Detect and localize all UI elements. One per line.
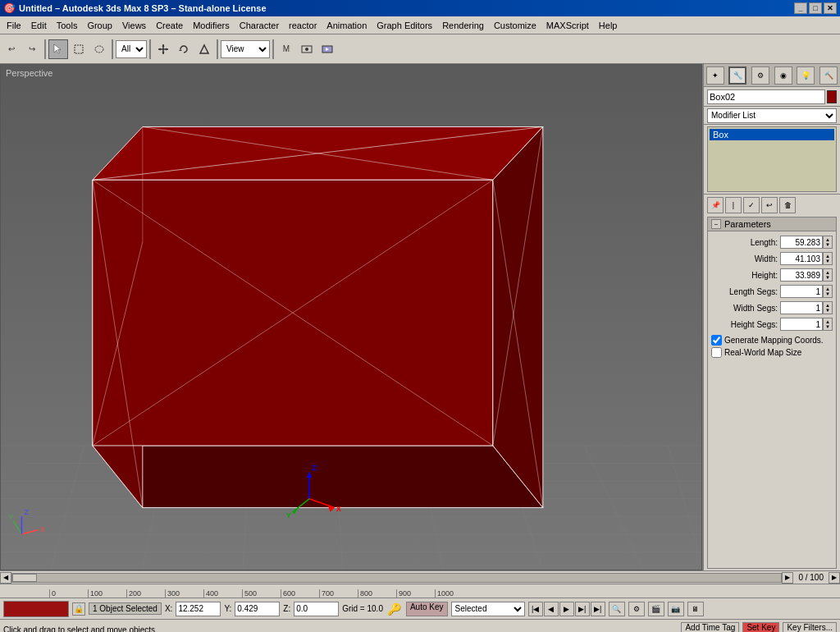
object-color-swatch[interactable] (827, 90, 837, 103)
make-unique-button[interactable]: ↩ (761, 197, 778, 213)
height-input[interactable] (780, 268, 823, 282)
menu-reactor[interactable]: reactor (284, 19, 322, 32)
pin-stack-button[interactable]: 📌 (707, 197, 724, 213)
menu-animation[interactable]: Animation (322, 19, 372, 32)
set-key-button[interactable]: Set Key (742, 622, 779, 632)
go-to-start-button[interactable]: |◀ (528, 602, 543, 616)
menu-create[interactable]: Create (151, 19, 188, 32)
length-input[interactable] (780, 236, 823, 249)
real-world-map-checkbox[interactable] (711, 347, 722, 358)
next-frame-button[interactable]: ▶| (575, 602, 590, 616)
menu-maxscript[interactable]: MAXScript (541, 19, 594, 32)
key-icon: 🔑 (386, 602, 403, 616)
z-coord-input[interactable] (294, 602, 339, 616)
undo-button[interactable]: ↩ (2, 39, 21, 59)
rotate-button[interactable] (174, 39, 194, 59)
material-editor-button[interactable]: M (276, 39, 296, 59)
select-region-button[interactable] (69, 39, 89, 59)
real-world-map-label: Real-World Map Size (724, 348, 801, 357)
menu-file[interactable]: File (2, 19, 26, 32)
render-tool-button[interactable]: 🎬 (648, 602, 664, 616)
settings-tool-button[interactable]: ⚙ (628, 602, 645, 616)
select-move-button[interactable] (153, 39, 173, 59)
length-segs-spinner[interactable]: ▲▼ (823, 285, 833, 298)
lock-button[interactable]: 🔒 (72, 602, 85, 616)
width-input[interactable] (780, 252, 823, 265)
motion-tab[interactable]: ◉ (774, 66, 792, 85)
lasso-select-button[interactable] (89, 39, 109, 59)
window-controls[interactable]: _ □ ✕ (794, 2, 837, 14)
height-segs-input[interactable] (780, 318, 823, 331)
select-button[interactable] (48, 39, 68, 59)
quick-render-button[interactable] (317, 39, 337, 59)
parameters-label: Parameters (724, 219, 771, 229)
timeline-settings-button[interactable]: ▶ (829, 572, 840, 584)
height-segs-spinner[interactable]: ▲▼ (823, 318, 833, 331)
key-filters-button[interactable]: Key Filters... (783, 622, 837, 632)
length-segs-input[interactable] (780, 285, 823, 298)
menu-views[interactable]: Views (117, 19, 151, 32)
extra-tool-2-button[interactable]: 🖥 (687, 602, 704, 616)
svg-point-10 (305, 48, 308, 51)
y-coord-label: Y: (224, 604, 231, 613)
svg-text:X: X (40, 524, 46, 533)
scroll-left-button[interactable]: ◀ (0, 572, 11, 584)
modify-tab[interactable]: 🔧 (728, 66, 746, 85)
hierarchy-tab[interactable]: ⚙ (751, 66, 769, 85)
menu-tools[interactable]: Tools (52, 19, 83, 32)
close-button[interactable]: ✕ (824, 2, 837, 14)
scale-button[interactable] (194, 39, 214, 59)
zoom-tool-button[interactable]: 🔍 (609, 602, 625, 616)
extra-tool-1-button[interactable]: 📷 (668, 602, 684, 616)
auto-key-button[interactable]: Auto Key (406, 602, 448, 616)
menu-modifiers[interactable]: Modifiers (188, 19, 235, 32)
ruler-marks: 0 100 200 300 400 500 600 700 800 900 10… (49, 589, 473, 598)
object-name-input[interactable] (707, 89, 825, 104)
scroll-thumb[interactable] (12, 574, 37, 582)
menu-edit[interactable]: Edit (26, 19, 52, 32)
view-dropdown[interactable]: View (221, 40, 270, 58)
object-name-row (704, 87, 840, 107)
redo-button[interactable]: ↪ (22, 39, 42, 59)
width-segs-spinner[interactable]: ▲▼ (823, 301, 833, 314)
length-spinner[interactable]: ▲▼ (823, 236, 833, 249)
modifier-list-dropdown[interactable]: Modifier List (707, 108, 837, 123)
x-coord-input[interactable] (176, 602, 221, 616)
menu-character[interactable]: Character (235, 19, 284, 32)
minimize-button[interactable]: _ (794, 2, 807, 14)
y-coord-input[interactable] (235, 602, 280, 616)
svg-text:Z: Z (24, 507, 29, 516)
height-spinner[interactable]: ▲▼ (823, 268, 833, 282)
modifier-item-box[interactable]: Box (710, 129, 834, 140)
menu-rendering[interactable]: Rendering (437, 19, 489, 32)
utilities-tab[interactable]: 🔨 (819, 66, 838, 85)
menu-group[interactable]: Group (82, 19, 117, 32)
modifier-stack: Box (707, 126, 837, 192)
generate-mapping-checkbox[interactable] (711, 335, 722, 346)
play-button[interactable]: ▶ (559, 602, 574, 616)
menu-customize[interactable]: Customize (489, 19, 541, 32)
maximize-button[interactable]: □ (809, 2, 822, 14)
height-segs-label: Height Segs: (711, 320, 780, 329)
add-time-tag-button[interactable]: Add Time Tag (681, 622, 739, 632)
mini-viewport-preview (3, 601, 69, 617)
parameters-collapse-button[interactable]: − (711, 219, 721, 229)
filter-dropdown[interactable]: All (116, 40, 147, 58)
width-spinner[interactable]: ▲▼ (823, 252, 833, 265)
viewport-perspective[interactable]: Perspective (0, 64, 702, 570)
display-tab[interactable]: 💡 (797, 66, 815, 85)
scroll-right-button[interactable]: ▶ (782, 572, 793, 584)
go-to-end-button[interactable]: ▶| (591, 602, 605, 616)
ruler-tick-2: 200 (126, 589, 165, 598)
menu-help[interactable]: Help (594, 19, 623, 32)
active-shade-button[interactable]: | (725, 197, 742, 213)
remove-modifier-button[interactable]: 🗑 (779, 197, 796, 213)
render-setup-button[interactable] (297, 39, 317, 59)
width-segs-input[interactable] (780, 301, 823, 314)
scroll-track[interactable] (11, 573, 782, 583)
selected-mode-dropdown[interactable]: Selected (451, 602, 525, 616)
menu-graph-editors[interactable]: Graph Editors (372, 19, 437, 32)
show-end-result-button[interactable]: ✓ (743, 197, 760, 213)
prev-frame-button[interactable]: ◀ (544, 602, 559, 616)
create-tab[interactable]: ✦ (706, 66, 724, 85)
